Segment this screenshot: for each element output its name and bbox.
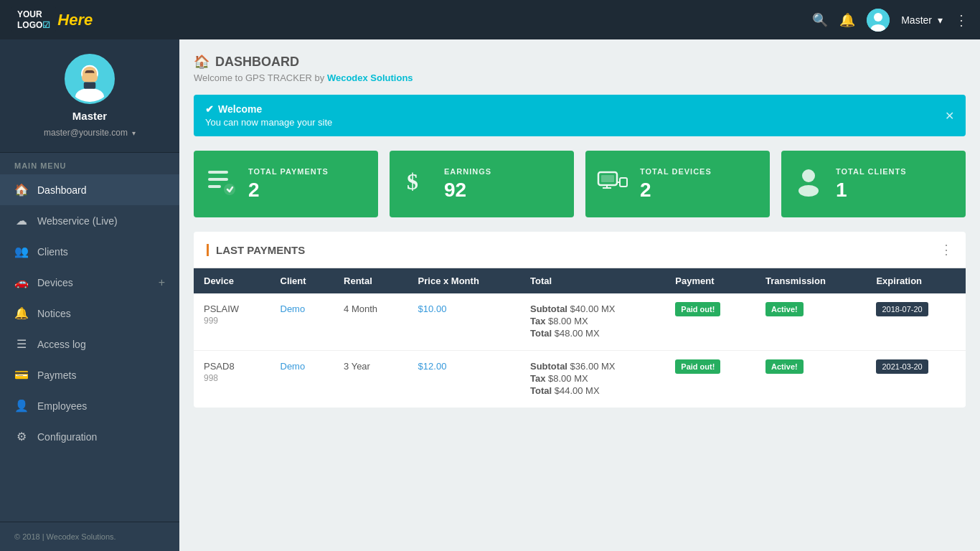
col-transmission: Transmission [755,268,866,293]
sidebar: Master master@yoursite.com ▾ MAIN MENU 🏠… [0,39,179,551]
sidebar-item-dashboard[interactable]: 🏠 Dashboard [0,174,179,205]
earnings-icon: $ [401,165,433,203]
topbar: YOUR LOGO☑ Here 🔍 🔔 Master ▾ ⋮ [0,0,980,39]
user-menu[interactable]: Master ▾ [901,14,943,26]
search-icon[interactable]: 🔍 [812,12,828,28]
cell-payment: Paid out! [665,293,755,351]
page-title-row: 🏠 DASHBOARD [194,54,966,70]
page-title: DASHBOARD [215,55,299,70]
notification-icon[interactable]: 🔔 [839,12,855,28]
topbar-kebab-icon[interactable]: ⋮ [954,11,969,29]
cell-transmission: Active! [755,293,866,351]
sidebar-item-payments[interactable]: 💳 Paymets [0,359,179,390]
clients-card-icon [793,165,824,203]
client-link[interactable]: Demo [281,361,306,372]
profile-email-row: master@yoursite.com ▾ [44,128,136,138]
sidebar-item-devices[interactable]: 🚗 Devices + [0,267,179,298]
welcome-message: You can now manage your site [205,117,332,128]
table-row: PSLAIW 999 Demo 4 Month $10.00 Subtotal … [194,293,966,351]
sidebar-item-label: Employees [37,400,87,412]
sidebar-item-label: Access log [37,339,86,350]
stat-label-earnings: EARNINGS [444,167,491,176]
profile-name: Master [72,110,107,122]
payments-card-header: LAST PAYMENTS ⋮ [194,232,966,268]
cell-expiration: 2021-03-20 [866,351,966,408]
devices-icon [597,165,628,203]
stat-card-earnings: $ EARNINGS 92 [390,151,574,217]
svg-point-1 [874,13,882,22]
sidebar-item-clients[interactable]: 👥 Clients [0,236,179,267]
sidebar-menu-label: MAIN MENU [0,153,179,174]
transmission-status-badge: Active! [765,302,804,316]
payments-kebab-icon[interactable]: ⋮ [940,242,953,258]
col-expiration: Expiration [866,268,966,293]
sidebar-item-label: Webservice (Live) [37,215,118,227]
car-icon: 🚗 [14,276,29,289]
payments-card: LAST PAYMENTS ⋮ Device Client Rental Pri… [194,232,966,408]
svg-rect-9 [84,83,95,89]
col-rental: Rental [334,268,408,293]
welcome-banner: ✔ Welcome You can now manage your site ✕ [194,95,966,136]
col-device: Device [194,268,270,293]
cell-rental: 3 Year [334,351,408,408]
svg-rect-17 [620,178,627,187]
sidebar-item-label: Notices [37,308,71,319]
price-link[interactable]: $12.00 [418,361,447,372]
list-icon: ☰ [14,337,29,351]
expiration-badge: 2018-07-20 [876,302,928,316]
sidebar-item-employees[interactable]: 👤 Employees [0,390,179,421]
gear-icon: ⚙ [14,430,29,443]
page-header: 🏠 DASHBOARD Welcome to GPS TRACKER by We… [194,54,966,83]
payments-table: Device Client Rental Price x Month Total… [194,268,966,408]
svg-point-21 [802,169,815,182]
cloud-icon: ☁ [14,214,29,227]
page-subtitle: Welcome to GPS TRACKER by Wecodex Soluti… [194,72,966,83]
device-name: PSAD8 [204,361,260,372]
stat-card-total-payments: TOTAL PAYMENTS 2 [194,151,378,217]
sidebar-item-configuration[interactable]: ⚙ Configuration [0,421,179,452]
user-name: Master [901,14,932,26]
svg-point-13 [224,184,235,195]
col-total: Total [520,268,665,293]
profile-email: master@yoursite.com [44,128,128,138]
banner-close-button[interactable]: ✕ [945,109,954,123]
sidebar-profile: Master master@yoursite.com ▾ [0,39,179,153]
cell-client: Demo [270,351,334,408]
svg-rect-16 [601,175,614,182]
transmission-status-badge: Active! [765,359,804,374]
cell-device: PSLAIW 999 [194,293,270,351]
stat-label-clients: TOTAL CLIENTS [836,167,907,176]
payment-status-badge: Paid out! [675,359,720,374]
sidebar-item-label: Clients [37,246,68,258]
sidebar-item-notices[interactable]: 🔔 Notices [0,298,179,329]
welcome-banner-content: ✔ Welcome You can now manage your site [205,103,332,128]
sidebar-item-label: Devices [37,277,73,288]
svg-point-22 [798,185,819,197]
stat-value-earnings: 92 [444,179,491,202]
devices-add-icon[interactable]: + [159,276,165,289]
sidebar-item-webservice[interactable]: ☁ Webservice (Live) [0,205,179,236]
logo: YOUR LOGO☑ Here [11,6,93,33]
stat-card-total-clients: TOTAL CLIENTS 1 [781,151,966,217]
cell-payment: Paid out! [665,351,755,408]
stat-value-devices: 2 [640,179,712,202]
logo-here: Here [57,11,93,29]
device-name: PSLAIW [204,303,260,314]
sidebar-footer: © 2018 | Wecodex Solutions. [0,522,179,551]
payment-icon: 💳 [14,368,29,382]
cell-price: $10.00 [408,293,520,351]
svg-rect-10 [208,171,228,174]
cell-client: Demo [270,293,334,351]
bell-icon: 🔔 [14,306,29,320]
table-row: PSAD8 998 Demo 3 Year $12.00 Subtotal $3… [194,351,966,408]
main-content: 🏠 DASHBOARD Welcome to GPS TRACKER by We… [179,39,980,551]
price-link[interactable]: $10.00 [418,303,447,314]
user-dropdown-icon: ▾ [938,14,943,26]
stat-value-payments: 2 [248,179,329,202]
welcome-title: ✔ Welcome [205,103,332,115]
client-link[interactable]: Demo [281,303,306,314]
sidebar-item-access-log[interactable]: ☰ Access log [0,329,179,359]
page-brand: Wecodex Solutions [327,72,413,83]
col-client: Client [270,268,334,293]
profile-chevron-icon[interactable]: ▾ [132,129,136,137]
